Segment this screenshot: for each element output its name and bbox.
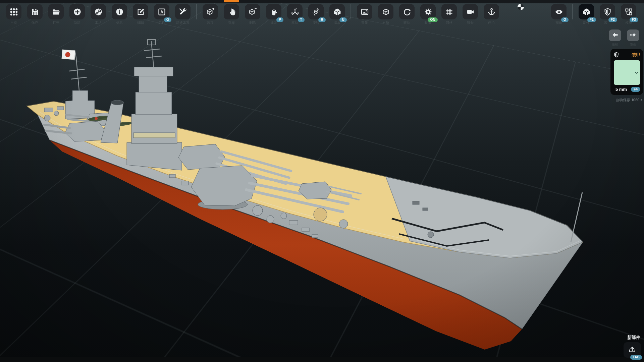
tool-label: 旋转 [313,21,319,24]
tool-label: 转动 [404,21,410,24]
image-icon [360,7,369,16]
hotkey-badge: F1 [587,17,596,22]
delete-block-button[interactable] [245,4,260,19]
tool-label: 添加 [207,21,214,24]
undo-button[interactable] [609,29,621,41]
mode-toolbar: O视角F1部件F2装甲F3模块 [551,4,636,24]
tool-label: 主页 [10,21,17,24]
tool-label: 打开 [53,21,59,24]
snap-button[interactable]: ON [420,4,436,19]
hotkey-badge: F2 [608,17,617,22]
scale-button[interactable]: U [329,4,345,19]
tool-label: 背景 [361,21,368,24]
armor-mode-button[interactable]: F2 [600,4,615,19]
cube-outline-icon [381,7,390,16]
background-tool: 背景 [357,4,372,24]
shield-icon [603,7,612,16]
undo-arrow-icon [611,31,619,40]
paint-button[interactable]: P [266,4,281,19]
viewport-3d[interactable] [0,0,644,362]
rotate-button[interactable]: R [308,4,324,19]
new-button[interactable] [69,4,85,19]
auto-rotate-button[interactable] [399,4,415,19]
armor-thickness-value: 5 mm [615,87,627,92]
grid-button[interactable] [441,4,457,19]
armor-mode-tool: F2装甲 [600,4,615,24]
paint-tool: P涂装 [266,4,281,24]
cube-solid-icon [333,7,342,16]
camera-button[interactable] [463,4,478,19]
select-button[interactable] [224,4,239,19]
menu-button[interactable] [6,4,21,19]
save-icon [31,7,40,16]
rotate-tool: R旋转 [308,4,324,24]
open-button[interactable] [48,4,64,19]
battleship-model[interactable] [0,0,644,362]
hotkey-badge: ON [428,17,438,22]
autosave-status: 自动保存 1060 s [615,98,642,103]
rename-button[interactable] [133,4,148,19]
cube-remove-icon [248,7,257,16]
new-tool: 新建 [69,4,85,24]
rename-tool: 编辑 [133,4,148,24]
move-axes-icon: YZX [290,7,300,16]
tool-label: 名称 [158,21,165,24]
paint-bucket-icon [269,7,278,16]
new-part-button[interactable]: TAB [624,342,641,358]
rangefinder [134,67,173,76]
svg-text:X: X [297,12,299,14]
view-mode-tool: O视角 [551,4,567,24]
main-turret-lower [191,166,257,206]
toolbar-divider [351,4,351,19]
cube-add-icon [206,7,215,16]
new-part-label: 新部件 [627,335,640,341]
camera-icon [466,7,475,16]
anchor-button[interactable] [484,4,499,19]
tool-label: 移动 [291,21,298,24]
open-parts-tray-icon [628,345,637,355]
modules-icon [624,7,633,16]
rotate-arrow-icon [402,7,412,16]
info-circle-icon [115,7,124,16]
cube-solid-icon [582,7,591,16]
armor-material-select[interactable] [614,60,640,85]
translate-button[interactable]: YZXT [287,4,303,19]
info-button[interactable] [112,4,127,19]
background-button[interactable] [357,4,372,19]
main-turret-upper [178,144,225,170]
add-block-button[interactable] [203,4,218,19]
steam-icon [94,7,103,16]
camera-tool: 镜头 [463,4,478,24]
eye-icon [554,7,564,16]
redo-button[interactable] [627,29,639,41]
workshop-button[interactable] [91,4,106,19]
parts-mode-button[interactable]: F1 [579,4,594,19]
toolbar-divider [196,4,197,19]
autosave-value: 1060 s [631,98,642,102]
open-tool: 打开 [48,4,64,24]
view-mode-button[interactable]: O [551,4,567,19]
translate-tool: YZXT移动 [287,4,303,24]
armor-hotkey-badge: F4 [631,87,640,92]
tool-label: 编辑 [137,21,144,24]
blocks-visibility-button[interactable] [378,4,393,19]
info-tool: 信息 [112,4,127,24]
text-button[interactable]: AG [154,4,169,19]
tool-label: 停泊 [488,21,495,24]
active-tool-indicator [224,0,239,2]
bottom-bar [0,357,644,362]
modules-mode-tool: F3模块 [621,4,636,24]
save-button[interactable] [27,4,43,19]
hotkey-badge: O [561,17,569,22]
plus-circle-icon [73,7,82,16]
anchor-tool: 停泊 [484,4,499,24]
snap-tool: ON吸附 [420,4,436,24]
apps-icon [9,7,18,16]
build-tools-button[interactable] [175,4,191,19]
modules-mode-button[interactable]: F3 [621,4,636,19]
folder-open-icon [52,7,61,16]
select-tool: 选择 [224,4,239,24]
anchor-icon [487,7,496,16]
tool-label: 方块 [382,21,389,24]
hotkey-badge: U [339,17,347,22]
